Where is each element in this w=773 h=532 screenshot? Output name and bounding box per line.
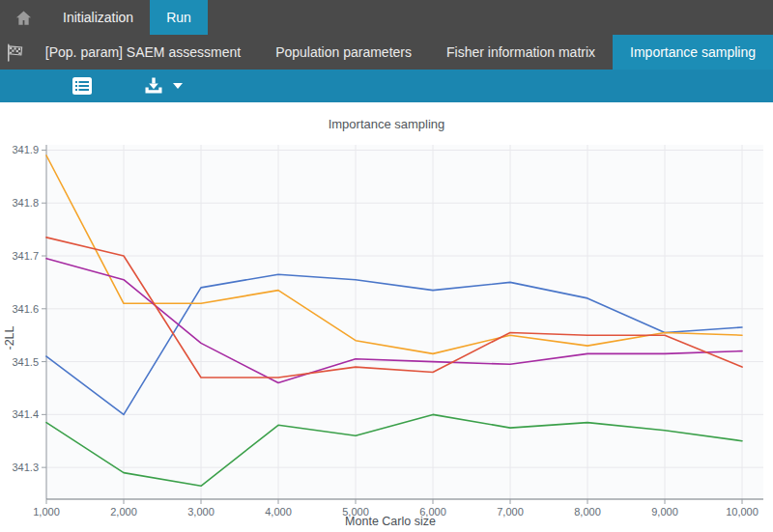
results-tab-bar: [Pop. param] SAEM assessmentPopulation p… <box>0 35 773 70</box>
x-tick-label: 7,000 <box>497 506 524 518</box>
y-tick-label: 341.4 <box>12 408 39 420</box>
legend-toggle-button[interactable] <box>72 76 93 96</box>
chart-container: 341.3341.4341.5341.6341.7341.8341.91,000… <box>0 102 773 532</box>
result-tab-importance-sampling[interactable]: Importance sampling <box>613 35 773 70</box>
y-tick-label: 341.9 <box>12 144 39 155</box>
importance-sampling-chart: 341.3341.4341.5341.6341.7341.8341.91,000… <box>0 102 773 532</box>
top-tab-initialization[interactable]: Initialization <box>46 0 150 35</box>
y-axis-label: -2LL <box>3 325 16 350</box>
home-icon <box>14 9 33 27</box>
y-tick-label: 341.6 <box>12 303 39 315</box>
x-tick-label: 8,000 <box>574 506 601 518</box>
home-button[interactable] <box>0 0 46 35</box>
y-tick-label: 341.5 <box>12 356 39 368</box>
checkered-flag-icon <box>4 42 24 63</box>
flag-button[interactable] <box>0 35 28 70</box>
y-tick-label: 341.7 <box>12 250 39 262</box>
top-tab-list: InitializationRun <box>46 0 208 35</box>
x-axis-label: Monte Carlo size <box>345 515 436 528</box>
y-tick-label: 341.8 <box>12 197 39 209</box>
download-icon <box>143 76 164 96</box>
legend-list-icon <box>72 76 93 96</box>
x-tick-label: 2,000 <box>110 506 137 518</box>
x-tick-label: 3,000 <box>187 506 215 518</box>
caret-down-icon <box>173 83 183 89</box>
chart-toolbar <box>0 70 773 102</box>
chart-title: Importance sampling <box>329 117 445 131</box>
result-tab-fisher-information-matrix[interactable]: Fisher information matrix <box>429 35 613 70</box>
x-tick-label: 1,000 <box>33 506 60 518</box>
y-tick-label: 341.3 <box>12 462 39 473</box>
main-nav-bar: InitializationRun <box>0 0 773 35</box>
result-tab-saem-assessment[interactable]: [Pop. param] SAEM assessment <box>28 35 258 70</box>
x-tick-label: 9,000 <box>651 506 678 518</box>
result-tab-population-parameters[interactable]: Population parameters <box>258 35 429 70</box>
x-tick-label: 4,000 <box>265 506 292 518</box>
x-tick-label: 10,000 <box>726 506 759 518</box>
top-tab-run[interactable]: Run <box>150 0 208 35</box>
result-tab-list: [Pop. param] SAEM assessmentPopulation p… <box>28 35 773 70</box>
plot-area <box>46 145 763 499</box>
export-menu-button[interactable] <box>143 76 183 96</box>
